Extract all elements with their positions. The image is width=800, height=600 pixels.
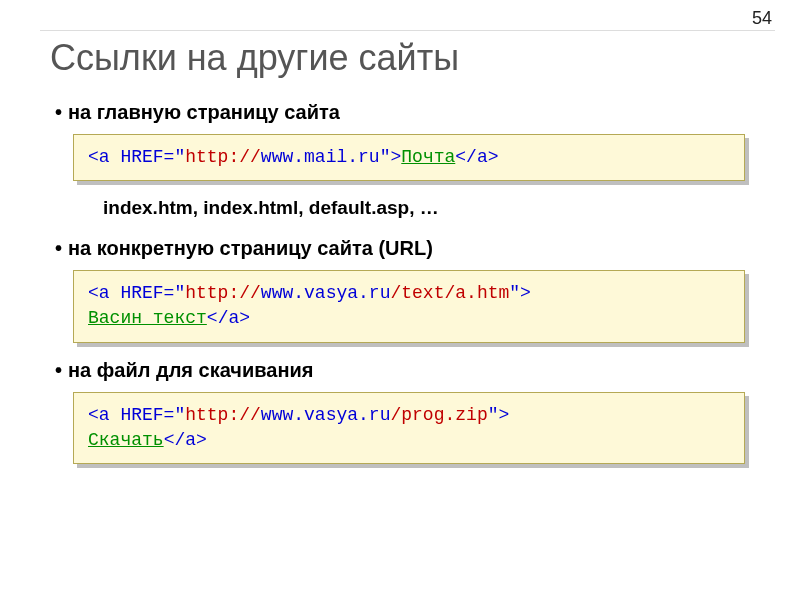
code-link-text: Васин текст [88,308,207,328]
code-url-protocol: http:// [185,283,261,303]
slide-title: Ссылки на другие сайты [50,37,765,79]
code-url-path: /text/a.htm [390,283,509,303]
code-tag-mid: "> [488,405,510,425]
code-url-protocol: http:// [185,405,261,425]
code-link-text: Почта [401,147,455,167]
code-tag-open: <a HREF=" [88,283,185,303]
code-url-path: /prog.zip [390,405,487,425]
code-example-1: <a HREF="http://www.mail.ru">Почта</a> [73,134,745,181]
code-tag-close: </a> [455,147,498,167]
code-tag-open: <a HREF=" [88,147,185,167]
code-example-3: <a HREF="http://www.vasya.ru/prog.zip"> … [73,392,745,464]
code-url-host: www.mail.ru [261,147,380,167]
code-link-text: Скачать [88,430,164,450]
slide-content: Ссылки на другие сайты на главную страни… [0,0,800,500]
section-heading-url: на конкретную страницу сайта (URL) [55,237,765,260]
code-url-host: www.vasya.ru [261,283,391,303]
divider [40,30,775,31]
code-tag-close: </a> [207,308,250,328]
page-number: 54 [752,8,772,29]
code-tag-close: </a> [164,430,207,450]
code-tag-mid: "> [509,283,531,303]
code-tag-mid: "> [380,147,402,167]
index-files-note: index.htm, index.html, default.asp, … [103,197,765,219]
code-url-host: www.vasya.ru [261,405,391,425]
code-example-2: <a HREF="http://www.vasya.ru/text/a.htm"… [73,270,745,342]
code-tag-open: <a HREF=" [88,405,185,425]
section-heading-download: на файл для скачивания [55,359,765,382]
section-heading-main-page: на главную страницу сайта [55,101,765,124]
code-url-protocol: http:// [185,147,261,167]
